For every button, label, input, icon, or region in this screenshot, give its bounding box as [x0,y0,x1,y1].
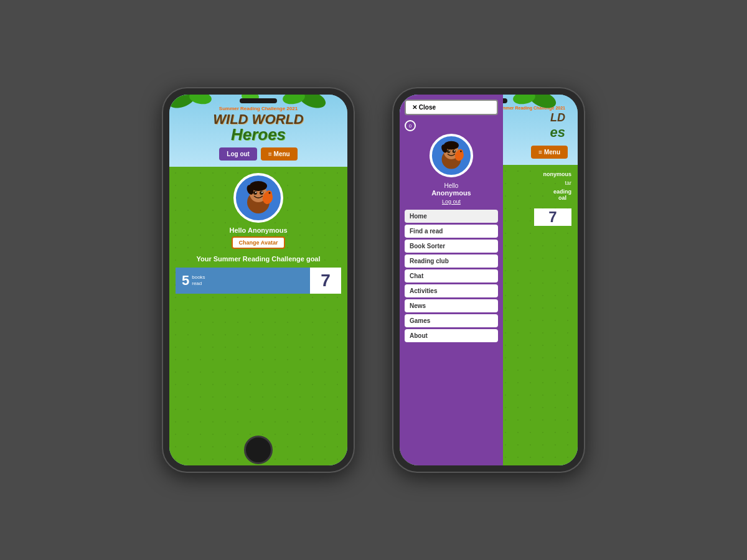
logout-button[interactable]: Log out [219,147,257,161]
leaves-decoration [169,95,347,113]
svg-point-10 [261,192,263,193]
green-area-1: Hello Anonymous Change Avatar Your Summe… [169,167,347,465]
phone-1: Summer Reading Challenge 2021 WILD WORLD… [162,87,355,473]
goal-number-2: 7 [534,208,571,226]
app-content-2: Summer Reading Challenge 2021 LD es ≡ Me… [400,95,578,465]
app-content-1: Summer Reading Challenge 2021 WILD WORLD… [169,95,347,465]
menu-item-find-a-read[interactable]: Find a read [405,225,498,238]
svg-point-7 [253,191,257,195]
menu-button[interactable]: ≡ Menu [261,147,298,161]
svg-point-22 [453,150,456,153]
menu-item-home[interactable]: Home [405,210,498,223]
anon-partial: nonymous [543,171,571,177]
menu-logout-link[interactable]: Log out [400,198,503,205]
menu-item-book-sorter[interactable]: Book Sorter [405,240,498,253]
menu-item-news[interactable]: News [405,299,498,312]
phone-2: Summer Reading Challenge 2021 LD es ≡ Me… [392,87,585,473]
menu-character-svg [433,137,470,174]
reading-partial: eadingoal [553,189,571,201]
svg-point-24 [454,150,455,151]
avatar-partial: tar [565,180,571,186]
close-button[interactable]: ✕ Close [405,100,498,115]
phone-2-screen: Summer Reading Challenge 2021 LD es ≡ Me… [400,95,578,465]
phone-1-screen: Summer Reading Challenge 2021 WILD WORLD… [169,95,347,465]
menu-item-chat[interactable]: Chat [405,269,498,282]
svg-point-1 [189,95,213,106]
books-label: books read [192,274,205,286]
menu-item-about[interactable]: About [405,329,498,342]
goal-number-1: 7 [310,268,341,294]
menu-hello-text: Hello Anonymous [400,182,503,197]
books-number: 5 [182,273,189,289]
svg-point-29 [460,151,462,152]
button-row: Log out ≡ Menu [176,147,341,161]
books-row-2: 7 [534,208,571,226]
svg-point-23 [449,150,450,151]
menu-avatar [430,134,473,177]
svg-point-9 [255,192,256,193]
svg-point-4 [241,95,259,102]
menu-item-games[interactable]: Games [405,314,498,327]
svg-point-21 [447,150,450,153]
app-header-1: Summer Reading Challenge 2021 WILD WORLD… [169,95,347,167]
menu-item-activities[interactable]: Activities [405,284,498,297]
title-heroes: Heroes [176,126,341,142]
avatar-1 [233,173,283,223]
books-count-1: 5 books read [176,268,310,294]
svg-point-8 [260,191,263,195]
character-svg [237,176,280,220]
hello-anonymous-1: Hello Anonymous [229,226,287,234]
menu-button-2[interactable]: ≡ Menu [531,146,568,159]
svg-point-18 [512,95,537,106]
menu-item-reading-club[interactable]: Reading club [405,254,498,268]
menu-items: Home Find a read Book Sorter Reading clu… [400,210,503,342]
svg-point-3 [282,95,306,106]
svg-point-15 [269,192,271,194]
books-row-1: 5 books read 7 [176,268,341,294]
goal-text-1: Your Summer Reading Challenge goal [196,255,320,263]
notification-badge: 0 [405,120,416,131]
change-avatar-button[interactable]: Change Avatar [232,236,286,249]
title-wild: WILD WORLD [176,113,341,126]
menu-overlay: ✕ Close 0 [400,95,503,465]
